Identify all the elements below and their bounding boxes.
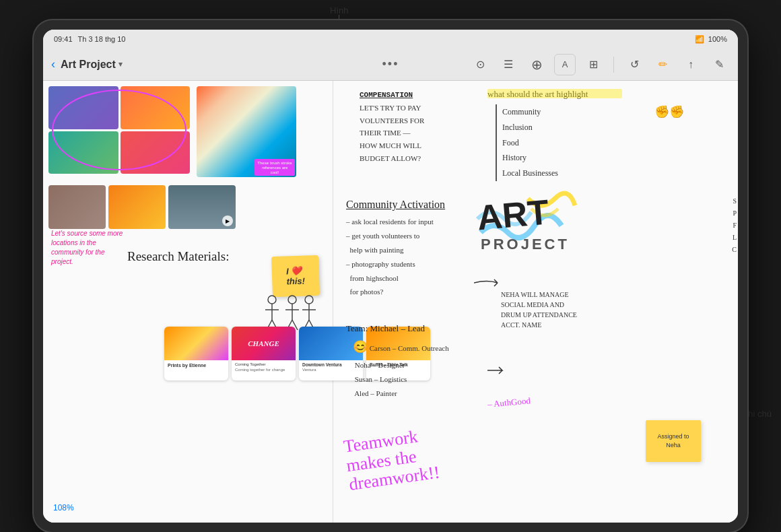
art-project-big: ART PROJECT <box>474 178 582 262</box>
battery: 100% <box>708 35 727 43</box>
svg-point-10 <box>305 296 313 304</box>
love-sticky-text: I ❤️this! <box>286 266 305 287</box>
compensation-title: COMPENSATION <box>360 91 424 99</box>
project-title-text: Art Project <box>61 59 116 71</box>
svg-text:ART: ART <box>475 192 551 237</box>
team-arrow <box>487 364 508 380</box>
community-icons: ✊✊ <box>654 104 684 119</box>
back-button[interactable]: ‹ <box>51 57 55 71</box>
change-text: CHANGE <box>248 339 279 347</box>
community-activation-list: – ask local residents for input – get yo… <box>346 215 445 299</box>
media-card-1[interactable]: Prints by Etienne <box>164 327 228 380</box>
date: Th 3 18 thg 10 <box>78 35 126 43</box>
status-bar: 09:41 Th 3 18 thg 10 📶 100% <box>43 30 738 48</box>
svg-point-0 <box>268 296 276 304</box>
photo-brown <box>48 185 106 229</box>
canvas-area: These brush stroke references are cool! … <box>43 81 738 523</box>
dots-menu[interactable]: ••• <box>380 54 401 75</box>
brush-note-badge: These brush stroke references are cool! <box>254 159 295 176</box>
toolbar: ‹ Art Project ▾ ••• ⊙ ☰ ⊕ A ⊞ <box>43 48 738 81</box>
canvas-divider <box>333 81 333 523</box>
location-tool-button[interactable]: ⊙ <box>469 54 491 75</box>
yellow-sticky-note[interactable]: Assigned to Neha <box>646 420 701 462</box>
compensation-body: LET'S TRY TO PAYVOLUNTEERS FORTHEIR TIME… <box>360 102 424 164</box>
community-activation-title: Community Activation <box>346 199 445 211</box>
photo-aerial: ▶ <box>168 185 236 229</box>
colorful-photo: These brush stroke references are cool! <box>197 86 296 177</box>
research-materials-label: Research Materials: <box>127 249 229 264</box>
partial-right-text: SPFLC <box>732 195 737 256</box>
community-activation-section: Community Activation – ask local residen… <box>346 199 445 299</box>
play-icon[interactable]: ▶ <box>222 215 233 226</box>
chevron-down-icon[interactable]: ▾ <box>118 60 123 69</box>
neha-note: NEHA WILL MANAGESOCIAL MEDIA ANDDRUM UP … <box>501 290 582 330</box>
highlight-list: CommunityInclusionFoodHistoryLocal Busin… <box>496 104 558 181</box>
team-label: Team: Michael – Lead <box>346 323 449 334</box>
zoom-indicator: 108% <box>53 503 74 512</box>
undo-button[interactable]: ↺ <box>623 54 645 75</box>
photo-yellow <box>108 185 166 229</box>
wifi-icon: 📶 <box>695 35 704 44</box>
team-section: Team: Michael – Lead 😊 Carson – Comm. Ou… <box>346 323 449 401</box>
pink-text-note: Let's source some more locations in the … <box>51 229 125 267</box>
annotation-hinh: Hình <box>330 5 348 15</box>
image-tool-button[interactable]: ⊞ <box>582 54 604 75</box>
sticky-note-text: Assigned to Neha <box>650 432 697 449</box>
svg-text:PROJECT: PROJECT <box>481 236 570 253</box>
time: 09:41 <box>54 35 73 43</box>
teamwork-text: Teamworkmakes thedreamwork!! <box>343 425 441 495</box>
highlight-bar <box>487 89 622 98</box>
add-tool-button[interactable]: ⊕ <box>526 54 547 75</box>
text-tool-button[interactable]: A <box>554 54 576 75</box>
team-emoji: 😊 <box>353 340 368 354</box>
signature: – AuthGood <box>487 395 531 410</box>
photo-row-2: ▶ <box>48 185 236 229</box>
share-button[interactable]: ↑ <box>680 54 702 75</box>
media-card-2[interactable]: CHANGE Coming Together Coming together f… <box>232 327 296 380</box>
list-tool-button[interactable]: ☰ <box>498 54 519 75</box>
pen-tool-button[interactable]: ✏ <box>652 54 673 75</box>
edit-button[interactable]: ✎ <box>708 54 730 75</box>
svg-point-5 <box>288 296 296 304</box>
photo-group-circled <box>48 86 193 177</box>
team-list: 😊 Carson – Comm. Outreach Noha – Designe… <box>346 335 449 401</box>
arrow-decoration <box>474 276 501 292</box>
compensation-section: COMPENSATION LET'S TRY TO PAYVOLUNTEERS … <box>360 91 424 164</box>
